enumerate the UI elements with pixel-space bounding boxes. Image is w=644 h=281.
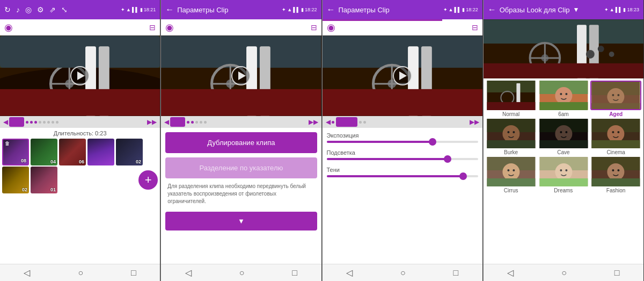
settings-sliders-icon-3[interactable]: ⊟ [472, 23, 478, 32]
look-item-cave[interactable]: Cave [538, 119, 589, 155]
look-label-normal: Normal [502, 111, 519, 117]
dropdown-icon-4[interactable]: ▼ [573, 6, 580, 13]
camera-icon[interactable]: ◉ [4, 21, 13, 33]
svg-rect-68 [487, 119, 535, 148]
panel-3: ← Параметры Clip ✦ ▲ ▌▌ ▮ 18:22 ◉ ⊟ [323, 0, 483, 281]
highlight-track[interactable] [327, 158, 478, 160]
back-button-4[interactable]: ← [488, 5, 496, 15]
clip-7[interactable]: 01 [31, 167, 57, 193]
dot-2-1 [187, 121, 189, 124]
look-thumb-normal[interactable] [486, 81, 537, 110]
topbar-left-2: ← Параметры Clip [165, 5, 228, 15]
duplicate-clip-button[interactable]: Дублирование клипа [165, 132, 317, 153]
timeline-3[interactable]: ◀ ▶▶ [323, 116, 482, 128]
timeline-right-arrow-3[interactable]: ▶▶ [469, 118, 480, 126]
dot-8 [56, 121, 58, 124]
timeline-handle-1[interactable] [9, 117, 24, 127]
look-thumb-aged[interactable] [590, 81, 641, 110]
lens-icon[interactable]: ◎ [25, 5, 32, 14]
shadows-track[interactable] [327, 175, 478, 177]
timeline-left-arrow-3[interactable]: ◀ [325, 118, 332, 126]
look-thumb-dreams[interactable] [538, 157, 589, 186]
svg-rect-61 [592, 82, 640, 110]
battery-icon-4: ▮ [623, 7, 626, 12]
look-visual-normal [486, 81, 537, 110]
clip-3[interactable]: 06 [59, 139, 86, 165]
clip-5[interactable]: 02 [116, 139, 143, 165]
topbar-3: ← Параметры Clip ✦ ▲ ▌▌ ▮ 18:22 [323, 0, 482, 19]
clip-1[interactable]: 08 🗑 [2, 139, 29, 165]
look-row-1: Normal 6am [486, 81, 641, 117]
clip-1-delete[interactable]: 🗑 [5, 141, 10, 146]
home-nav-icon-2[interactable]: ○ [239, 268, 245, 278]
video-preview-3[interactable] [323, 35, 482, 116]
timeline-left-arrow-2[interactable]: ◀ [163, 118, 170, 126]
clip-6[interactable]: 02 [2, 167, 29, 193]
timeline-handle-2[interactable] [170, 117, 185, 127]
svg-rect-54 [539, 102, 588, 110]
play-button-1[interactable] [70, 66, 90, 85]
back-nav-icon-3[interactable]: ◁ [346, 268, 353, 278]
svg-point-41 [586, 50, 595, 59]
more-button-2[interactable]: ▼ [165, 212, 317, 230]
look-thumb-burke[interactable] [486, 119, 537, 148]
look-item-cinema[interactable]: Cinema [590, 119, 641, 155]
exposure-slider-row: Экспозиция [327, 132, 478, 143]
look-thumb-fashion[interactable] [590, 157, 641, 186]
music-icon[interactable]: ♪ [16, 5, 20, 14]
video-preview-1[interactable] [0, 35, 160, 116]
play-button-3[interactable] [393, 66, 412, 85]
add-clip-button[interactable]: + [138, 170, 158, 190]
look-thumb-cinema[interactable] [590, 119, 641, 148]
timeline-left-arrow[interactable]: ◀ [2, 118, 9, 126]
topbar-2: ← Параметры Clip ✦ ▲ ▌▌ ▮ 18:22 [161, 0, 321, 19]
timeline-2[interactable]: ◀ ▶▶ [161, 116, 321, 128]
look-header-image [484, 19, 643, 78]
split-clip-button[interactable]: Разделение по указателю [165, 157, 317, 178]
look-thumb-cirrus[interactable] [486, 157, 537, 186]
look-thumb-6am[interactable] [538, 81, 589, 110]
back-nav-icon-4[interactable]: ◁ [507, 268, 514, 278]
timeline-right-arrow-2[interactable]: ▶▶ [308, 118, 319, 126]
settings-icon[interactable]: ⚙ [37, 5, 44, 14]
back-button-2[interactable]: ← [165, 5, 174, 15]
settings-sliders-icon[interactable]: ⊟ [149, 23, 156, 32]
look-item-dreams[interactable]: Dreams [538, 157, 589, 193]
video-preview-2[interactable] [161, 35, 321, 116]
look-item-fashion[interactable]: Fashion [590, 157, 641, 193]
recents-nav-icon-2[interactable]: □ [292, 268, 297, 278]
shadows-fill [327, 175, 463, 177]
camera-icon-2[interactable]: ◉ [165, 21, 174, 33]
look-item-normal[interactable]: Normal [486, 81, 537, 117]
wifi-icon-2: ▲ [287, 7, 292, 12]
timeline-1[interactable]: ◀ ▶▶ [0, 116, 160, 128]
home-nav-icon-3[interactable]: ○ [400, 268, 406, 278]
clip-2[interactable]: 04 [31, 139, 57, 165]
dot-2-2 [191, 121, 194, 124]
home-nav-icon-4[interactable]: ○ [561, 268, 567, 278]
home-nav-icon-1[interactable]: ○ [78, 268, 83, 278]
recents-nav-icon-1[interactable]: □ [131, 268, 136, 278]
look-label-dreams: Dreams [554, 188, 573, 193]
clip-2-label: 04 [50, 159, 56, 164]
timeline-right-arrow[interactable]: ▶▶ [146, 118, 158, 126]
look-item-6am[interactable]: 6am [538, 81, 589, 117]
look-row-3: Cirrus Dreams [486, 157, 641, 193]
settings-sliders-icon-2[interactable]: ⊟ [311, 23, 317, 32]
timeline-handle-3[interactable] [336, 117, 357, 127]
back-nav-icon-1[interactable]: ◁ [24, 268, 30, 278]
look-thumb-cave[interactable] [538, 119, 589, 148]
refresh-icon[interactable]: ↻ [4, 5, 11, 14]
resize-icon[interactable]: ⤡ [61, 5, 68, 14]
look-item-aged[interactable]: Aged [590, 81, 641, 117]
share-icon[interactable]: ⇗ [49, 5, 56, 14]
look-item-cirrus[interactable]: Cirrus [486, 157, 537, 193]
recents-nav-icon-4[interactable]: □ [614, 268, 620, 278]
camera-icon-3[interactable]: ◉ [327, 21, 335, 33]
clip-4[interactable] [87, 139, 114, 165]
back-nav-icon-2[interactable]: ◁ [185, 268, 192, 278]
recents-nav-icon-3[interactable]: □ [453, 268, 459, 278]
back-button-3[interactable]: ← [327, 5, 335, 15]
look-item-burke[interactable]: Burke [486, 119, 537, 155]
exposure-track[interactable] [327, 141, 478, 143]
